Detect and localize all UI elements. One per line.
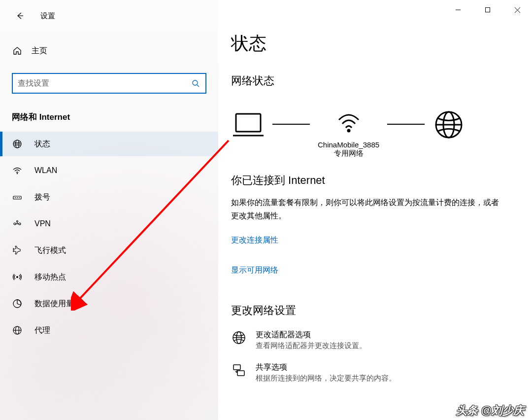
watermark: 头条 @刘少庆 [456,403,524,418]
settings-sidebar: 设置 主页 网络和 Internet [0,0,218,420]
globe-icon [12,139,23,149]
category-header: 网络和 Internet [12,111,206,123]
sidebar-item-vpn[interactable]: VPN [0,211,218,236]
connection-line [272,124,310,125]
option-title: 更改适配器选项 [256,330,366,340]
wifi-ssid: ChinaMobile_3885 [318,140,379,149]
sidebar-item-label: 代理 [34,325,50,336]
hotspot-icon [12,272,23,282]
back-button[interactable] [12,8,28,24]
device-icon [232,111,265,155]
sidebar-item-label: 数据使用量 [34,299,74,309]
change-settings-heading: 更改网络设置 [231,303,532,318]
maximize-button[interactable] [473,0,502,20]
svg-rect-24 [236,114,261,132]
connected-description: 如果你的流量套餐有限制，则你可以将此网络设置为按流量计费的连接，或者更改其他属性… [231,196,502,222]
option-title: 共享选项 [256,362,396,373]
close-button[interactable] [502,0,532,20]
connected-heading: 你已连接到 Internet [231,173,532,188]
adapter-icon [231,330,247,346]
arrow-left-icon [15,11,24,20]
sidebar-item-label: 移动热点 [34,272,66,282]
sidebar-item-status[interactable]: 状态 [0,132,218,156]
network-status-heading: 网络状态 [231,73,532,88]
svg-point-9 [19,197,20,198]
content-area: 状态 网络状态 ChinaMobile_3885 专用网络 [218,0,532,420]
wifi-icon [12,165,23,176]
svg-point-26 [347,129,350,133]
maximize-icon [485,7,491,13]
wifi-network-type: 专用网络 [334,149,364,158]
sidebar-item-label: 状态 [34,139,50,149]
sidebar-item-airplane[interactable]: 飞行模式 [0,238,218,263]
network-diagram: ChinaMobile_3885 专用网络 [231,108,532,158]
sidebar-item-label: 飞行模式 [34,245,66,256]
svg-point-15 [16,276,18,278]
svg-rect-21 [486,8,490,12]
option-desc: 查看网络适配器并更改连接设置。 [256,341,366,350]
titlebar-left: 设置 [0,6,218,26]
airplane-icon [12,245,23,256]
sidebar-item-label: 拨号 [34,192,50,203]
sidebar-item-dialup[interactable]: 拨号 [0,185,218,210]
close-icon [514,7,521,13]
window-controls [443,0,532,20]
internet-globe-icon [432,111,465,155]
home-nav-item[interactable]: 主页 [0,39,218,62]
svg-rect-33 [233,365,240,370]
adapter-options-item[interactable]: 更改适配器选项 查看网络适配器并更改连接设置。 [231,330,532,350]
dialup-icon [12,192,23,203]
sidebar-item-label: VPN [34,219,51,228]
sidebar-item-wlan[interactable]: WLAN [0,158,218,183]
change-properties-link[interactable]: 更改连接属性 [231,235,278,245]
home-icon [12,45,23,56]
sidebar-item-datausage[interactable]: 数据使用量 [0,291,218,316]
page-title: 状态 [231,32,532,56]
app-title: 设置 [40,11,55,21]
minimize-icon [455,7,461,13]
sidebar-item-hotspot[interactable]: 移动热点 [0,265,218,289]
show-available-networks-link[interactable]: 显示可用网络 [231,265,278,276]
search-icon [192,79,205,87]
sidebar-item-label: WLAN [34,166,57,175]
sharing-icon [231,362,247,378]
search-box[interactable] [12,73,206,94]
svg-point-13 [17,221,18,222]
sidebar-background [0,0,218,420]
vpn-icon [12,218,23,229]
search-input[interactable] [13,79,192,88]
svg-point-11 [19,223,21,225]
svg-rect-34 [237,371,244,376]
sharing-options-item[interactable]: 共享选项 根据所连接到的网络，决定要共享的内容。 [231,362,532,383]
option-desc: 根据所连接到的网络，决定要共享的内容。 [256,374,396,383]
minimize-button[interactable] [443,0,473,20]
svg-point-7 [15,197,16,198]
connection-line [387,124,425,125]
sidebar-item-proxy[interactable]: 代理 [0,318,218,343]
proxy-icon [12,325,23,336]
wifi-router-icon: ChinaMobile_3885 专用网络 [318,108,379,158]
home-label: 主页 [32,46,47,56]
datausage-icon [12,298,23,309]
svg-point-5 [17,173,18,174]
svg-point-8 [17,197,18,198]
svg-point-0 [193,80,198,85]
svg-line-1 [197,85,199,87]
svg-point-10 [14,223,16,225]
